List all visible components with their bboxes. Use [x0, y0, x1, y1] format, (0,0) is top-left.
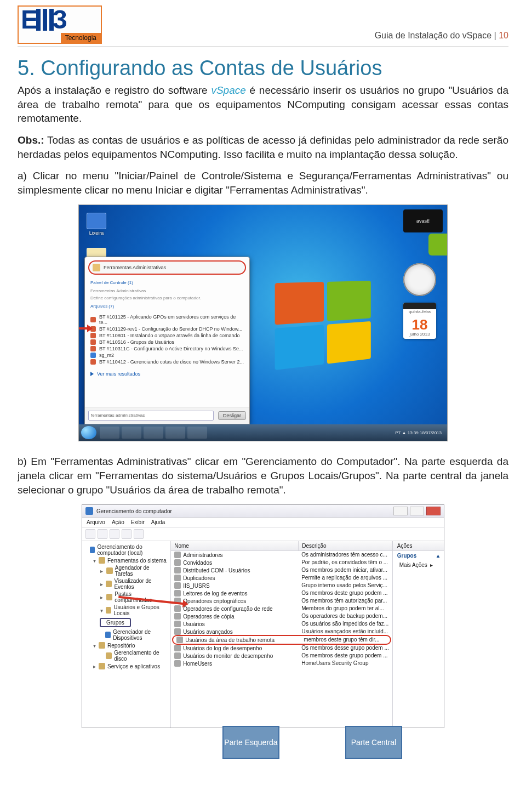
- start-file-item[interactable]: BT #110516 - Grupos de Usuários: [90, 339, 244, 345]
- tree-storage[interactable]: ▾Repositório: [84, 641, 168, 649]
- tree-services[interactable]: ▸Serviços e aplicativos: [84, 662, 168, 670]
- list-pane: Nome Descrição AdministradoresOs adminis…: [171, 541, 393, 728]
- group-row[interactable]: Leitores de log de eventosOs membros des…: [171, 589, 392, 597]
- disk-icon: [106, 652, 112, 659]
- file-icon: [90, 346, 96, 351]
- taskbar-button[interactable]: [100, 427, 119, 439]
- group-icon: [176, 637, 183, 643]
- group-icon: [174, 621, 181, 627]
- obs-label: Obs.:: [18, 134, 44, 146]
- group-row[interactable]: DuplicadoresPermite a replicação de arqu…: [171, 574, 392, 582]
- page-number: 10: [499, 31, 508, 40]
- group-icon: [174, 582, 181, 589]
- start-file-item[interactable]: BT #101125 - Aplicando GPOs em servidore…: [90, 314, 244, 325]
- start-orb-icon[interactable]: [81, 426, 96, 439]
- page-meta: Guia de Instalação do vSpace | 10: [375, 31, 508, 41]
- logo-3: 3: [53, 5, 66, 34]
- taskbar-button[interactable]: [144, 427, 163, 439]
- group-icon: [174, 567, 181, 573]
- actions-more[interactable]: Mais Ações ▸: [393, 560, 444, 570]
- folder-icon: [106, 594, 113, 600]
- menubar: Arquivo Ação Exibir Ajuda: [82, 518, 444, 527]
- label-parte-central: Parte Central: [345, 726, 402, 759]
- toolbar: [82, 527, 444, 541]
- group-row-highlighted[interactable]: Usuários da área de trabalho remotamembr…: [172, 635, 391, 645]
- file-icon: [90, 353, 96, 358]
- minimize-button[interactable]: [393, 507, 408, 515]
- tree-system-tools[interactable]: ▾Ferramentas do sistema: [84, 557, 168, 564]
- shutdown-button[interactable]: Desligar: [218, 411, 246, 420]
- desktop-icon-recycle[interactable]: Lixeira: [87, 213, 106, 236]
- toolbar-help-icon[interactable]: [134, 529, 144, 539]
- group-row[interactable]: HomeUsersHomeUsers Security Group: [171, 660, 392, 667]
- start-file-item[interactable]: BT #110801 - Instalando o vSpace através…: [90, 333, 244, 338]
- taskbar-button[interactable]: [165, 427, 185, 439]
- tree-users-groups[interactable]: ▾Usuários e Grupos Locais: [84, 604, 168, 617]
- taskbar-button[interactable]: [122, 427, 141, 439]
- start-result-ferramentas[interactable]: Ferramentas Administrativas: [88, 260, 246, 275]
- maximize-button[interactable]: [410, 507, 424, 515]
- tree-task-scheduler[interactable]: ▸Agendador de Tarefas: [84, 564, 168, 577]
- menu-exibir[interactable]: Exibir: [131, 519, 145, 525]
- start-file-item[interactable]: BT #110412 - Gerenciando cotas de disco …: [90, 359, 244, 365]
- start-file-item[interactable]: BT #101129-rev1 - Configuração do Servid…: [90, 326, 244, 332]
- intro-paragraph: Após a instalação e registro do software…: [18, 83, 508, 126]
- file-icon: [90, 317, 96, 322]
- menu-ajuda[interactable]: Ajuda: [151, 519, 165, 525]
- tree-event-viewer[interactable]: ▸Visualizador de Eventos: [84, 577, 168, 590]
- column-header-name[interactable]: Nome: [171, 541, 299, 550]
- group-row[interactable]: ConvidadosPor padrão, os convidados têm …: [171, 559, 392, 566]
- group-row[interactable]: Usuários do log de desempenhoOs membros …: [171, 644, 392, 652]
- group-row[interactable]: Operadores criptográficosOs membros têm …: [171, 597, 392, 605]
- tree-groups-selected[interactable]: Grupos: [100, 618, 131, 627]
- group-row[interactable]: Operadores de cópiaOs operadores de back…: [171, 612, 392, 620]
- taskbar-button[interactable]: [187, 427, 207, 439]
- toolbar-forward-icon[interactable]: [98, 529, 107, 539]
- window-title: Gerenciamento do computador: [96, 508, 172, 514]
- actions-pane: Ações Grupos ▴ Mais Ações ▸: [393, 541, 444, 728]
- group-icon: [174, 605, 181, 612]
- start-hint-desc: Define configurações administrativas par…: [85, 294, 249, 302]
- desktop-calendar-gadget: quinta-feira 18 julho 2013: [403, 303, 436, 339]
- start-see-more[interactable]: Ver mais resultados: [85, 368, 249, 380]
- clock-icon: [106, 567, 113, 574]
- group-row[interactable]: Usuários do monitor de desempenhoOs memb…: [171, 652, 392, 660]
- start-hint-item[interactable]: Ferramentas Administrativas: [85, 287, 249, 294]
- close-button[interactable]: [426, 507, 441, 515]
- group-icon: [174, 660, 181, 667]
- start-file-item[interactable]: sg_m2: [90, 353, 244, 358]
- toolbar-up-icon[interactable]: [110, 529, 119, 539]
- group-row[interactable]: Operadores de configuração de redeMembro…: [171, 605, 392, 612]
- meta-title: Guia de Instalação do vSpace: [375, 31, 491, 40]
- file-icon: [90, 339, 96, 345]
- obs-paragraph: Obs.: Todas as contas de usuários e as p…: [18, 133, 508, 161]
- toolbar-refresh-icon[interactable]: [122, 529, 132, 539]
- group-icon: [174, 652, 181, 659]
- taskbar: PT ▲ 13:39 18/07/2013: [79, 424, 447, 441]
- system-tray[interactable]: PT ▲ 13:39 18/07/2013: [395, 430, 442, 435]
- chevron-up-icon[interactable]: ▴: [437, 553, 439, 559]
- menu-arquivo[interactable]: Arquivo: [87, 519, 105, 525]
- group-row[interactable]: Usuários avançadosUsuários avançados est…: [171, 628, 392, 635]
- annotation-arrow-icon: [78, 327, 88, 330]
- group-row[interactable]: AdministradoresOs administradores têm ac…: [171, 551, 392, 559]
- tree-disk-management[interactable]: Gerenciamento de disco: [84, 649, 168, 662]
- start-file-item[interactable]: BT #110311C - Configurando o Active Dire…: [90, 346, 244, 351]
- start-search-input[interactable]: ferramentas administrativas: [88, 411, 214, 421]
- logo-e: E: [21, 5, 37, 34]
- group-row[interactable]: IIS_IUSRSGrupo interno usado pelos Servi…: [171, 582, 392, 589]
- actions-group: Grupos ▴: [393, 551, 444, 560]
- group-icon: [174, 590, 181, 597]
- toolbar-back-icon[interactable]: [85, 529, 95, 539]
- tools-icon: [99, 557, 105, 564]
- event-icon: [106, 581, 112, 587]
- tree-root[interactable]: Gerenciamento do computador (local): [84, 543, 168, 557]
- file-icon: [90, 333, 96, 338]
- group-icon: [174, 645, 181, 651]
- group-row[interactable]: UsuáriosOs usuários são impedidos de faz…: [171, 620, 392, 628]
- menu-acao[interactable]: Ação: [112, 519, 124, 525]
- app-icon: [85, 507, 93, 515]
- group-row[interactable]: Distributed COM - UsuáriosOs membros pod…: [171, 566, 392, 574]
- column-header-desc[interactable]: Descrição: [299, 541, 392, 550]
- tree-device-manager[interactable]: Gerenciador de Dispositivos: [84, 628, 168, 641]
